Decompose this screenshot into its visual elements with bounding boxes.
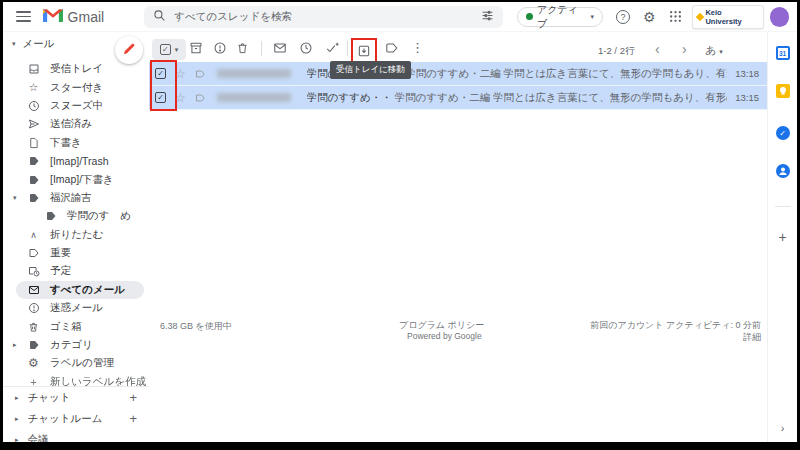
pencil-icon xyxy=(123,41,136,59)
move-to-inbox-tooltip: 受信トレイに移動 xyxy=(330,61,411,79)
star-icon[interactable]: ☆ xyxy=(175,91,186,105)
contacts-icon[interactable] xyxy=(776,164,790,182)
compose-button[interactable] xyxy=(115,36,143,64)
sidebar-item-drafts[interactable]: 下書き xyxy=(3,134,149,152)
storage-usage-label: 6.38 GB を使用中 xyxy=(160,320,232,333)
star-icon[interactable]: ☆ xyxy=(175,67,186,81)
new-chat-button[interactable]: + xyxy=(129,390,137,405)
chevron-down-icon: ▾ xyxy=(12,40,16,48)
sidebar-bottom-sections: ▸ チャット + ▸ チャットルーム + ▸ 会議 xyxy=(3,386,149,442)
snooze-button[interactable] xyxy=(299,41,313,55)
sidebar-item-scheduled[interactable]: 予定 xyxy=(3,262,149,280)
sidebar-item-imap-trash[interactable]: [Imap]/Trash xyxy=(3,152,149,170)
side-panel-divider xyxy=(775,206,791,207)
sidebar-section-meet[interactable]: ▸ 会議 xyxy=(3,429,149,442)
last-activity-label: 前回のアカウント アクティビティ: 0 分前 xyxy=(590,319,761,332)
calendar-icon[interactable]: 31 xyxy=(776,46,790,60)
sidebar-item-all-mail[interactable]: すべてのメール xyxy=(3,281,149,299)
get-addons-button[interactable]: + xyxy=(778,229,786,245)
row-checkbox[interactable]: ✓ xyxy=(155,68,166,79)
chevron-right-icon[interactable]: ▸ xyxy=(13,341,17,349)
sidebar-item-imap-drafts[interactable]: [Imap]/下書き xyxy=(3,170,149,188)
more-options-button[interactable]: ⋮ xyxy=(411,40,424,55)
chevron-down-icon: ▾ xyxy=(590,13,594,21)
help-button[interactable]: ? xyxy=(616,10,630,24)
collapse-icon: ∧ xyxy=(26,230,41,240)
scheduled-icon xyxy=(26,265,41,277)
search-options-icon[interactable] xyxy=(481,8,494,26)
chevron-down-icon[interactable]: ▾ xyxy=(13,194,17,202)
google-apps-grid-icon[interactable] xyxy=(669,10,682,23)
add-to-tasks-button[interactable] xyxy=(325,41,340,55)
sidebar-item-sent[interactable]: 送信済み xyxy=(3,115,149,133)
label-icon xyxy=(43,210,58,222)
input-tools-button[interactable]: あ ▾ xyxy=(705,43,723,58)
sidebar-item-spam[interactable]: 迷惑メール xyxy=(3,299,149,317)
email-row[interactable]: ✓ ☆ 学問のすすめ・・ 学問のすすめ・二編 学問とは広き言葉にて、無形の学問も… xyxy=(149,86,767,110)
header: Gmail すべてのスレッドを検索 アクティブ ▾ ? ⚙ xyxy=(3,2,797,32)
email-snippet: 学問のすすめ・二編 学問とは広き言葉にて、無形の学問もあり、有形の学問もあり、.… xyxy=(395,91,728,103)
search-input[interactable]: すべてのスレッドを検索 xyxy=(174,10,481,24)
label-icon xyxy=(26,339,41,351)
row-checkbox[interactable]: ✓ xyxy=(155,92,166,103)
email-time: 13:15 xyxy=(735,92,759,103)
sidebar-item-fukuzawa[interactable]: ▾ 福沢諭吉 xyxy=(3,189,149,207)
toolbar-divider xyxy=(347,41,348,56)
chevron-right-icon: ▸ xyxy=(15,436,19,443)
hide-side-panel-button[interactable]: › xyxy=(781,422,785,434)
label-icon xyxy=(26,174,41,186)
status-selector[interactable]: アクティブ ▾ xyxy=(517,7,603,27)
sidebar-item-collapse[interactable]: ∧ 折りたたむ xyxy=(3,226,149,244)
sender-redacted xyxy=(217,93,291,102)
report-spam-button[interactable] xyxy=(213,41,227,55)
main-footer: 6.38 GB を使用中 プログラム ポリシー Powered by Googl… xyxy=(149,315,767,345)
gmail-app: Gmail すべてのスレッドを検索 アクティブ ▾ ? ⚙ xyxy=(3,2,797,442)
main-menu-icon[interactable] xyxy=(16,11,31,22)
importance-marker-icon[interactable] xyxy=(194,92,207,104)
send-icon xyxy=(26,118,41,130)
tasks-icon[interactable]: ✓ xyxy=(776,126,790,140)
email-time: 13:18 xyxy=(735,68,759,79)
account-avatar[interactable] xyxy=(770,7,789,27)
search-bar[interactable]: すべてのスレッドを検索 xyxy=(144,6,503,28)
newer-page-button[interactable]: ‹ xyxy=(655,41,660,57)
sidebar-item-categories[interactable]: ▸ カテゴリ xyxy=(3,336,149,354)
mark-read-button[interactable] xyxy=(273,41,287,55)
chevron-down-icon: ▾ xyxy=(719,48,723,55)
keep-icon[interactable] xyxy=(776,84,790,102)
email-text: 学問のすすめ・・ 学問のすすめ・二編 学問とは広き言葉にて、無形の学問もあり、有… xyxy=(307,91,727,105)
new-room-button[interactable]: + xyxy=(129,411,137,426)
organization-badge: Keio University xyxy=(692,5,764,29)
sidebar-item-gakumon[interactable]: 学問のすゝめ xyxy=(3,207,149,225)
sidebar-item-starred[interactable]: ☆ スター付き xyxy=(3,78,149,96)
organization-logo-icon xyxy=(695,12,703,20)
powered-by-label: Powered by Google xyxy=(407,331,482,341)
important-icon xyxy=(26,247,41,259)
email-row[interactable]: ✓ ☆ 学問のすすめ・二編 学問のすすめ・二編 学問とは広き言葉にて、無形の学問… xyxy=(149,62,767,86)
settings-gear-icon[interactable]: ⚙ xyxy=(643,10,656,24)
archive-button[interactable] xyxy=(189,41,203,55)
sidebar-item-trash[interactable]: ゴミ箱 xyxy=(3,317,149,335)
sidebar-section-chat-rooms[interactable]: ▸ チャットルーム + xyxy=(3,408,149,429)
sidebar-item-manage-labels[interactable]: ⚙ ラベルの管理 xyxy=(3,354,149,372)
search-icon[interactable] xyxy=(153,8,166,26)
older-page-button[interactable]: › xyxy=(682,41,687,57)
chevron-right-icon: ▸ xyxy=(15,415,19,423)
labels-button[interactable] xyxy=(384,41,399,55)
sidebar-item-snoozed[interactable]: スヌーズ中 xyxy=(3,97,149,115)
select-all-button[interactable]: ✓ ▾ xyxy=(152,39,186,60)
importance-marker-icon[interactable] xyxy=(194,68,207,80)
details-link[interactable]: 詳細 xyxy=(743,331,761,344)
chevron-right-icon: ▸ xyxy=(15,394,19,402)
label-icon xyxy=(26,192,41,204)
gear-icon: ⚙ xyxy=(26,356,41,370)
sidebar: ▾ メール 受信トレイ ☆ スター付き スヌーズ中 送信済み 下書き xyxy=(3,32,149,442)
sidebar-item-important[interactable]: 重要 xyxy=(3,244,149,262)
star-icon: ☆ xyxy=(26,81,41,94)
sidebar-section-chat[interactable]: ▸ チャット + xyxy=(3,387,149,408)
delete-button[interactable] xyxy=(236,41,249,55)
clock-icon xyxy=(26,100,41,112)
chevron-down-icon[interactable]: ▾ xyxy=(175,46,179,54)
select-all-checkbox[interactable]: ✓ xyxy=(160,44,171,55)
inbox-icon xyxy=(26,63,41,75)
